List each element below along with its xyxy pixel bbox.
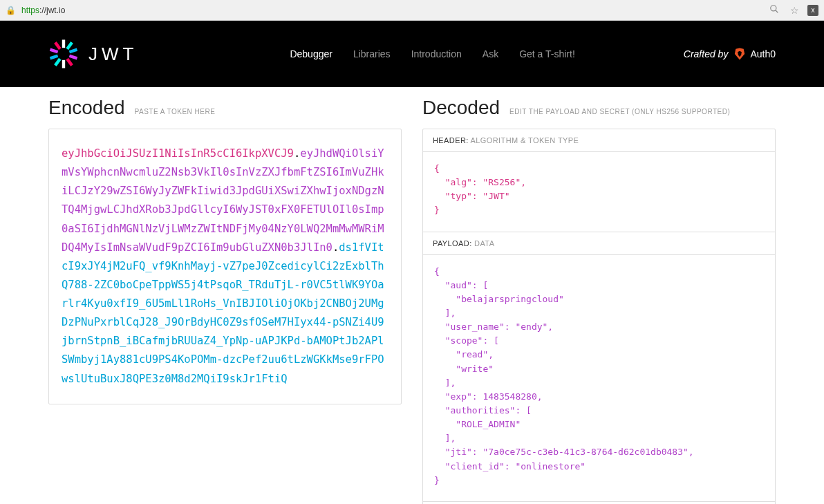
decoded-header-label-row: HEADER: ALGORITHM & TOKEN TYPE: [423, 129, 775, 152]
url-path: ://jwt.io: [39, 6, 65, 15]
decoded-header-label: HEADER:: [433, 136, 469, 144]
svg-line-1: [776, 10, 778, 13]
token-signature-segment: ds1fVItcI9xJY4jM2uFQ_vf9KnhMayj-vZ7peJ0Z…: [62, 241, 384, 385]
decoded-header-section: HEADER: ALGORITHM & TOKEN TYPE { "alg": …: [423, 129, 775, 232]
svg-rect-4: [66, 41, 73, 50]
nav-tshirt[interactable]: Get a T-shirt!: [519, 48, 575, 59]
crafted-by: Crafted by Auth0: [684, 47, 776, 61]
encoded-token[interactable]: eyJhbGciOiJSUzI1NiIsInR5cCI6IkpXVCJ9.eyJ…: [49, 129, 401, 404]
token-payload-segment: eyJhdWQiOlsiYmVsYWphcnNwcmluZ2Nsb3VkIl0s…: [62, 147, 384, 254]
svg-rect-7: [50, 55, 59, 60]
decoded-title-row: Decoded EDIT THE PAYLOAD AND SECRET (ONL…: [422, 97, 776, 119]
svg-rect-8: [69, 55, 78, 60]
decoded-payload-sub: DATA: [474, 239, 494, 248]
decoded-header-json[interactable]: { "alg": "RS256", "typ": "JWT" }: [423, 152, 775, 232]
extension-icon[interactable]: x: [807, 5, 818, 16]
auth0-shield-icon: [733, 47, 746, 61]
main-content: Encoded PASTE A TOKEN HERE eyJhbGciOiJSU…: [0, 87, 824, 504]
encoded-column: Encoded PASTE A TOKEN HERE eyJhbGciOiJSU…: [48, 97, 402, 504]
lock-icon: 🔒: [6, 6, 16, 15]
decoded-payload-label: PAYLOAD:: [433, 239, 472, 248]
auth0-label: Auth0: [750, 48, 776, 59]
svg-point-0: [771, 6, 776, 11]
decoded-panel: HEADER: ALGORITHM & TOKEN TYPE { "alg": …: [422, 129, 776, 504]
main-nav: Debugger Libraries Introduction Ask Get …: [290, 48, 574, 59]
svg-rect-11: [54, 41, 61, 50]
url-protocol: https: [21, 6, 39, 15]
encoded-title: Encoded: [48, 97, 125, 119]
svg-rect-6: [69, 48, 78, 54]
decoded-payload-label-row: PAYLOAD: DATA: [423, 232, 775, 255]
decoded-payload-json[interactable]: { "aud": [ "belajarspringcloud" ], "user…: [423, 255, 775, 501]
decoded-header-sub: ALGORITHM & TOKEN TYPE: [471, 136, 579, 144]
svg-rect-9: [50, 48, 59, 54]
token-dot: .: [333, 241, 339, 254]
svg-rect-3: [62, 60, 65, 68]
auth0-link[interactable]: Auth0: [733, 47, 776, 61]
logo[interactable]: JWT: [48, 39, 138, 69]
bookmark-star-icon[interactable]: ☆: [787, 5, 802, 16]
url-display[interactable]: https://jwt.io: [21, 6, 761, 15]
nav-libraries[interactable]: Libraries: [353, 48, 391, 59]
token-dot: .: [294, 147, 300, 160]
encoded-hint: PASTE A TOKEN HERE: [135, 108, 216, 115]
search-icon[interactable]: [767, 4, 782, 16]
encoded-panel: eyJhbGciOiJSUzI1NiIsInR5cCI6IkpXVCJ9.eyJ…: [48, 129, 402, 404]
nav-ask[interactable]: Ask: [483, 48, 498, 59]
decoded-payload-section: PAYLOAD: DATA { "aud": [ "belajarspringc…: [423, 232, 775, 502]
encoded-title-row: Encoded PASTE A TOKEN HERE: [48, 97, 402, 119]
decoded-title: Decoded: [422, 97, 500, 119]
svg-rect-5: [54, 58, 61, 66]
decoded-column: Decoded EDIT THE PAYLOAD AND SECRET (ONL…: [422, 97, 776, 504]
svg-rect-10: [66, 58, 73, 66]
nav-debugger[interactable]: Debugger: [290, 48, 333, 59]
logo-text: JWT: [88, 44, 138, 65]
site-header: JWT Debugger Libraries Introduction Ask …: [0, 21, 824, 87]
svg-rect-2: [62, 39, 65, 48]
nav-introduction[interactable]: Introduction: [411, 48, 462, 59]
crafted-by-label: Crafted by: [684, 48, 729, 59]
token-header-segment: eyJhbGciOiJSUzI1NiIsInR5cCI6IkpXVCJ9: [62, 147, 294, 160]
jwt-logo-icon: [48, 39, 79, 69]
browser-address-bar: 🔒 https://jwt.io ☆ x: [0, 0, 824, 21]
decoded-hint: EDIT THE PAYLOAD AND SECRET (ONLY HS256 …: [509, 108, 730, 115]
